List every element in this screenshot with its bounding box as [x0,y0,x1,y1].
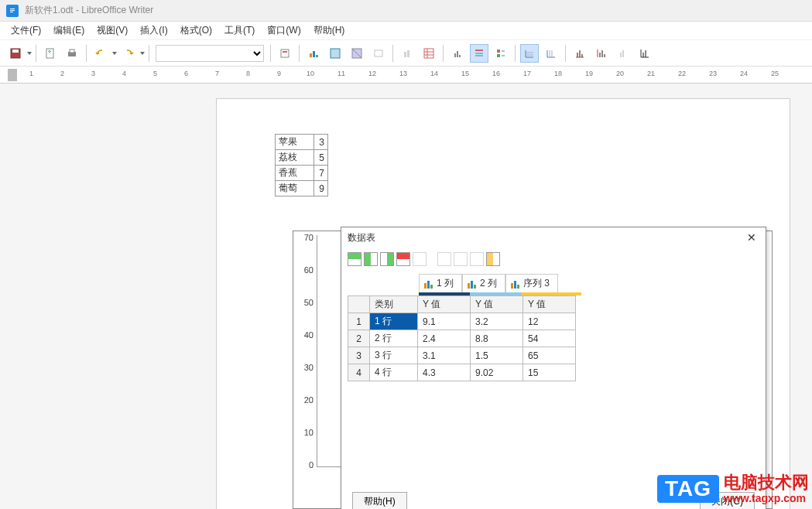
ruler-tick: 9 [277,70,281,77]
insert-row-icon[interactable] [348,252,361,266]
help-button[interactable]: 帮助(H) [352,492,407,509]
col-header[interactable]: Y 值 [471,296,523,313]
ruler-tick: 5 [153,70,157,77]
chart-layout1-icon[interactable] [448,44,467,63]
col-header[interactable]: 类别 [370,296,418,313]
separator [86,45,87,62]
style-combo[interactable] [156,45,264,62]
menu-tools[interactable]: 工具(T) [218,22,261,39]
swap-col-icon[interactable] [486,252,500,266]
separator [36,45,36,62]
cell-selected[interactable]: 1 行 [370,313,418,330]
menu-view[interactable]: 视图(V) [91,22,134,39]
svg-rect-10 [283,51,287,53]
save-icon[interactable] [6,44,25,63]
table-row: 2 2 行 2.4 8.8 54 [348,330,576,347]
dropdown-icon[interactable] [139,47,146,60]
col-header[interactable]: Y 值 [418,296,471,313]
chart-legend-icon[interactable] [369,44,388,63]
separator [392,45,393,62]
legend-toggle-icon[interactable] [492,44,510,63]
separator [443,45,444,62]
y-tick: 10 [304,428,313,437]
svg-rect-41 [577,53,578,57]
svg-rect-47 [604,54,605,57]
separator [565,45,566,62]
hgrid-icon[interactable] [520,44,539,63]
svg-rect-18 [407,50,409,57]
svg-rect-43 [581,54,583,57]
chart-3d-icon[interactable] [398,44,416,63]
delete-row-icon[interactable] [396,252,410,266]
format-icon[interactable] [276,44,294,63]
insert-text-col-icon[interactable] [380,252,394,266]
svg-rect-50 [622,50,624,57]
data-table-dialog: 数据表 ✕ 1 列 2 列 [341,227,766,509]
y-axis-icon[interactable] [592,44,611,63]
series-tab[interactable]: 序列 3 [505,274,558,292]
svg-rect-12 [313,51,315,57]
svg-rect-19 [424,49,433,58]
menu-edit[interactable]: 编辑(E) [47,22,91,39]
x-axis-icon[interactable] [570,44,589,63]
svg-rect-45 [599,53,601,57]
z-axis-icon[interactable] [614,44,632,63]
dropdown-icon[interactable] [111,47,118,60]
separator [149,45,149,62]
svg-rect-24 [457,51,458,57]
all-axes-icon[interactable] [636,44,654,63]
ruler-tick: 7 [215,70,219,77]
inline-table[interactable]: 苹果3 荔枝5 香蕉7 葡萄9 [275,134,328,196]
dialog-toolbar [341,248,766,271]
menu-insert[interactable]: 插入(I) [134,22,173,39]
chart-wall-icon[interactable] [348,44,366,63]
col-header[interactable]: Y 值 [523,296,576,313]
separator [299,45,300,62]
menu-help[interactable]: 帮助(H) [307,22,351,39]
y-tick: 20 [304,395,313,405]
toolbar [0,40,812,67]
svg-rect-3 [10,12,13,12]
export-icon[interactable] [41,44,60,63]
dialog-titlebar[interactable]: 数据表 ✕ [341,227,766,248]
data-table-icon[interactable] [420,44,438,63]
svg-rect-11 [310,53,312,57]
close-icon[interactable]: ✕ [747,231,759,244]
menu-format[interactable]: 格式(O) [174,22,218,39]
svg-rect-29 [497,50,500,53]
svg-rect-62 [514,281,516,289]
ruler-tick: 1 [29,70,33,77]
svg-rect-16 [375,50,382,56]
ruler-tick: 25 [771,70,779,77]
insert-col-icon[interactable] [364,252,378,266]
svg-rect-51 [642,53,644,57]
ruler-tick: 22 [678,70,686,77]
app-icon [6,5,19,17]
ruler-tick: 16 [492,70,500,77]
ruler-tick: 8 [246,70,250,77]
move-row-icon [437,252,451,266]
svg-rect-57 [430,285,433,289]
chart-type-icon[interactable] [304,44,323,63]
table-row: 3 3 行 3.1 1.5 65 [348,347,576,364]
svg-rect-61 [511,283,513,289]
redo-icon[interactable] [119,44,138,63]
dropdown-icon[interactable] [26,47,33,60]
separator [270,45,271,62]
svg-rect-5 [12,50,19,53]
vgrid-icon[interactable] [542,44,560,63]
data-grid[interactable]: 类别 Y 值 Y 值 Y 值 1 1 行 9.1 3.2 12 2 2 行 2.… [348,295,576,381]
ruler-tick: 20 [616,70,624,77]
y-tick: 50 [304,298,313,307]
menu-file[interactable]: 文件(F) [5,22,47,39]
series-tab[interactable]: 2 列 [462,274,505,292]
table-row: 苹果3 [276,135,328,150]
titles-toggle-icon[interactable] [470,44,488,63]
print-icon[interactable] [63,44,81,63]
chart-area-icon[interactable] [326,44,344,63]
svg-rect-9 [281,50,289,57]
undo-icon[interactable] [91,44,110,63]
series-tab[interactable]: 1 列 [419,274,462,292]
menu-window[interactable]: 窗口(W) [261,22,307,39]
title-bar: 新软件1.odt - LibreOffice Writer [0,0,812,22]
